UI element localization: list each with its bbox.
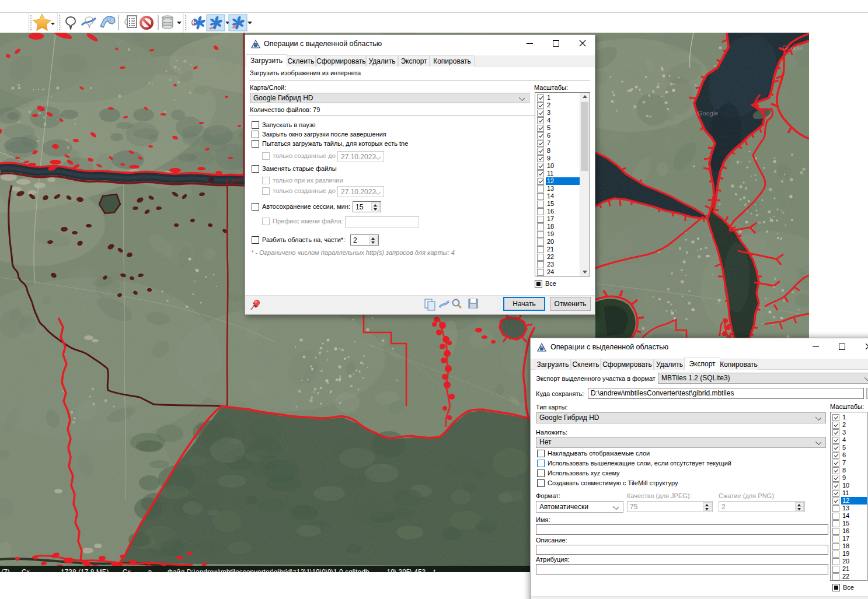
svg-text:(7) Ск 173: (7) Ск 1738 (17.8 МБ) Ск в Файл D:\andre… [1,568,436,572]
